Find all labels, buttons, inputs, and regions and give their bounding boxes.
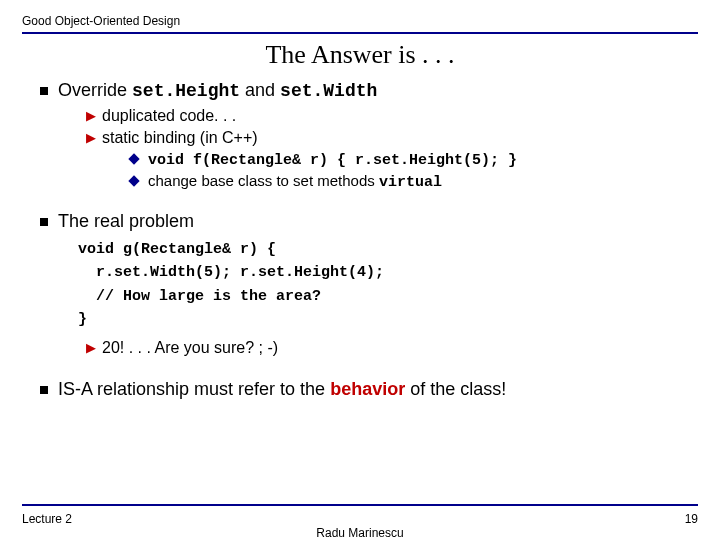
text: The real problem xyxy=(58,211,194,231)
arrow-bullet-icon: ▶ xyxy=(86,108,96,123)
text: static binding (in C++) xyxy=(102,129,258,146)
text: and xyxy=(240,80,280,100)
emphasis-behavior: behavior xyxy=(330,379,405,399)
sub-bullet: ▶static binding (in C++) xyxy=(86,129,698,147)
subsub-bullet: change base class to set methods virtual xyxy=(130,172,698,191)
footer-right: 19 xyxy=(685,512,698,526)
text: duplicated code. . . xyxy=(102,107,236,124)
text: of the class! xyxy=(405,379,506,399)
sub-bullet: ▶duplicated code. . . xyxy=(86,107,698,125)
section-real-problem: The real problem xyxy=(40,211,698,232)
diamond-bullet-icon xyxy=(128,153,139,164)
text: change base class to set methods xyxy=(148,172,379,189)
section-isa: IS-A relationship must refer to the beha… xyxy=(40,379,698,400)
square-bullet-icon xyxy=(40,386,48,394)
code-block: void g(Rectangle& r) { r.set.Width(5); r… xyxy=(78,238,698,331)
text: IS-A relationship must refer to the xyxy=(58,379,330,399)
code-inline: set.Width xyxy=(280,81,377,101)
code-inline: set.Height xyxy=(132,81,240,101)
slide-footer: Lecture 2 19 Radu Marinescu xyxy=(22,504,698,526)
arrow-bullet-icon: ▶ xyxy=(86,340,96,355)
code-inline: virtual xyxy=(379,174,442,191)
subsub-bullet: void f(Rectangle& r) { r.set.Height(5); … xyxy=(130,150,698,169)
text: 20! . . . Are you sure? ; -) xyxy=(102,339,278,356)
square-bullet-icon xyxy=(40,218,48,226)
course-header: Good Object-Oriented Design xyxy=(22,14,698,28)
sub-bullet: ▶20! . . . Are you sure? ; -) xyxy=(86,339,698,357)
footer-center: Radu Marinescu xyxy=(22,526,698,540)
diamond-bullet-icon xyxy=(128,175,139,186)
footer-divider xyxy=(22,504,698,506)
section-override: Override set.Height and set.Width xyxy=(40,80,698,101)
footer-left: Lecture 2 xyxy=(22,512,72,526)
slide-title: The Answer is . . . xyxy=(22,40,698,70)
header-divider xyxy=(22,32,698,34)
code-inline: void f(Rectangle& r) { r.set.Height(5); … xyxy=(148,152,517,169)
text: Override xyxy=(58,80,132,100)
arrow-bullet-icon: ▶ xyxy=(86,130,96,145)
square-bullet-icon xyxy=(40,87,48,95)
